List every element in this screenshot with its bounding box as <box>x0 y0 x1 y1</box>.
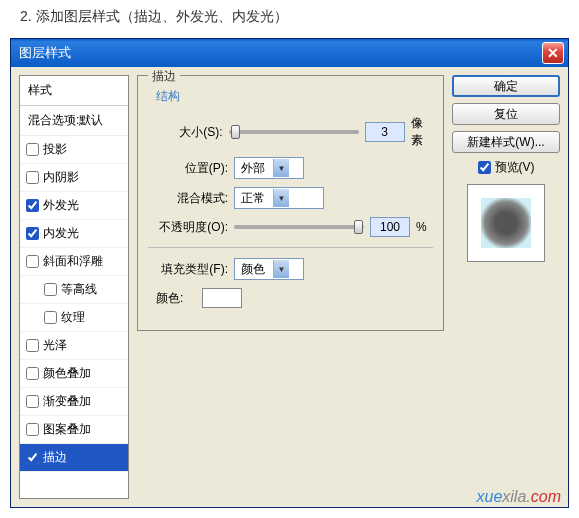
styles-header[interactable]: 样式 <box>20 76 128 106</box>
style-checkbox-0[interactable] <box>26 143 39 156</box>
size-unit: 像素 <box>411 115 433 149</box>
style-label-1: 内阴影 <box>43 169 79 186</box>
preview-box <box>467 184 545 262</box>
style-label-10: 图案叠加 <box>43 421 91 438</box>
style-checkbox-2[interactable] <box>26 199 39 212</box>
blend-value: 正常 <box>241 190 265 207</box>
style-checkbox-4[interactable] <box>26 255 39 268</box>
style-label-6: 纹理 <box>61 309 85 326</box>
style-checkbox-3[interactable] <box>26 227 39 240</box>
style-checkbox-7[interactable] <box>26 339 39 352</box>
filltype-row: 填充类型(F): 颜色 ▼ <box>148 258 433 280</box>
watermark-part2: xila. <box>502 488 530 505</box>
style-label-7: 光泽 <box>43 337 67 354</box>
style-label-5: 等高线 <box>61 281 97 298</box>
style-checkbox-8[interactable] <box>26 367 39 380</box>
dialog-body: 样式 混合选项:默认 投影内阴影外发光内发光斜面和浮雕等高线纹理光泽颜色叠加渐变… <box>11 67 568 507</box>
watermark: xuexila.com <box>477 488 561 506</box>
opacity-slider-thumb[interactable] <box>354 220 363 234</box>
reset-button[interactable]: 复位 <box>452 103 560 125</box>
style-label-2: 外发光 <box>43 197 79 214</box>
style-label-4: 斜面和浮雕 <box>43 253 103 270</box>
new-style-button[interactable]: 新建样式(W)... <box>452 131 560 153</box>
size-slider-thumb[interactable] <box>231 125 240 139</box>
style-item-10[interactable]: 图案叠加 <box>20 416 128 444</box>
styles-panel: 样式 混合选项:默认 投影内阴影外发光内发光斜面和浮雕等高线纹理光泽颜色叠加渐变… <box>19 75 129 499</box>
preview-label: 预览(V) <box>495 159 535 176</box>
size-slider[interactable] <box>229 130 359 134</box>
color-swatch[interactable] <box>202 288 242 308</box>
style-item-5[interactable]: 等高线 <box>20 276 128 304</box>
style-item-8[interactable]: 颜色叠加 <box>20 360 128 388</box>
watermark-part1: xue <box>477 488 503 505</box>
style-item-1[interactable]: 内阴影 <box>20 164 128 192</box>
watermark-part3: com <box>531 488 561 505</box>
style-item-3[interactable]: 内发光 <box>20 220 128 248</box>
dialog-title: 图层样式 <box>19 44 542 62</box>
opacity-input[interactable] <box>370 217 410 237</box>
opacity-label: 不透明度(O): <box>148 219 228 236</box>
style-item-7[interactable]: 光泽 <box>20 332 128 360</box>
layer-style-dialog: 图层样式 ✕ 样式 混合选项:默认 投影内阴影外发光内发光斜面和浮雕等高线纹理光… <box>10 38 569 508</box>
stroke-legend: 描边 <box>148 68 180 85</box>
style-checkbox-11[interactable] <box>26 451 39 464</box>
style-checkbox-10[interactable] <box>26 423 39 436</box>
position-row: 位置(P): 外部 ▼ <box>148 157 433 179</box>
divider <box>148 247 433 248</box>
position-select[interactable]: 外部 ▼ <box>234 157 304 179</box>
instruction-text: 2. 添加图层样式（描边、外发光、内发光） <box>0 0 579 38</box>
blend-select[interactable]: 正常 ▼ <box>234 187 324 209</box>
titlebar: 图层样式 ✕ <box>11 39 568 67</box>
chevron-down-icon: ▼ <box>273 189 289 207</box>
chevron-down-icon: ▼ <box>273 159 289 177</box>
style-item-0[interactable]: 投影 <box>20 136 128 164</box>
position-label: 位置(P): <box>148 160 228 177</box>
style-label-3: 内发光 <box>43 225 79 242</box>
preview-thumbnail <box>481 198 531 248</box>
style-item-9[interactable]: 渐变叠加 <box>20 388 128 416</box>
preview-checkbox[interactable] <box>478 161 491 174</box>
stroke-fieldset: 描边 结构 大小(S): 像素 位置(P): 外部 ▼ 混合模式: <box>137 75 444 331</box>
close-icon: ✕ <box>547 45 559 61</box>
blend-row: 混合模式: 正常 ▼ <box>148 187 433 209</box>
style-label-9: 渐变叠加 <box>43 393 91 410</box>
structure-subtitle: 结构 <box>156 88 433 105</box>
filltype-label: 填充类型(F): <box>148 261 228 278</box>
style-checkbox-1[interactable] <box>26 171 39 184</box>
style-checkbox-5[interactable] <box>44 283 57 296</box>
right-panel: 确定 复位 新建样式(W)... 预览(V) <box>452 75 560 499</box>
style-label-11: 描边 <box>43 449 67 466</box>
size-input[interactable] <box>365 122 405 142</box>
style-item-6[interactable]: 纹理 <box>20 304 128 332</box>
filltype-value: 颜色 <box>241 261 265 278</box>
color-label: 颜色: <box>156 290 196 307</box>
blend-options-default[interactable]: 混合选项:默认 <box>20 106 128 136</box>
opacity-row: 不透明度(O): % <box>148 217 433 237</box>
ok-button[interactable]: 确定 <box>452 75 560 97</box>
style-checkbox-6[interactable] <box>44 311 57 324</box>
size-label: 大小(S): <box>148 124 223 141</box>
style-checkbox-9[interactable] <box>26 395 39 408</box>
style-label-8: 颜色叠加 <box>43 365 91 382</box>
position-value: 外部 <box>241 160 265 177</box>
size-row: 大小(S): 像素 <box>148 115 433 149</box>
opacity-unit: % <box>416 220 427 234</box>
opacity-slider[interactable] <box>234 225 364 229</box>
style-item-11[interactable]: 描边 <box>20 444 128 472</box>
blend-label: 混合模式: <box>148 190 228 207</box>
main-panel: 描边 结构 大小(S): 像素 位置(P): 外部 ▼ 混合模式: <box>137 75 444 499</box>
color-row: 颜色: <box>148 288 433 308</box>
style-label-0: 投影 <box>43 141 67 158</box>
style-item-4[interactable]: 斜面和浮雕 <box>20 248 128 276</box>
style-item-2[interactable]: 外发光 <box>20 192 128 220</box>
chevron-down-icon: ▼ <box>273 260 289 278</box>
filltype-select[interactable]: 颜色 ▼ <box>234 258 304 280</box>
preview-checkbox-row[interactable]: 预览(V) <box>452 159 560 176</box>
close-button[interactable]: ✕ <box>542 42 564 64</box>
